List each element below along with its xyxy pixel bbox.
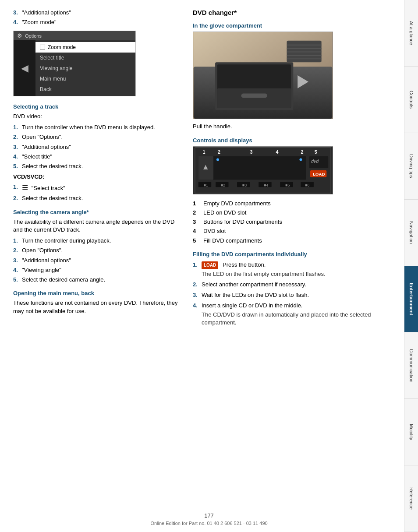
list-item: 4. "Viewing angle" bbox=[13, 266, 184, 274]
list-item: 1. Turn the controller during playback. bbox=[13, 237, 184, 245]
right-sidebar: At a glance Controls Driving tips Naviga… bbox=[404, 0, 418, 532]
sidebar-tab-mobility[interactable]: Mobility bbox=[404, 399, 418, 465]
svg-point-41 bbox=[299, 158, 302, 161]
filling-step-1: 1. LOAD Press the button. The LED on the… bbox=[193, 261, 395, 278]
right-column: DVD changer* In the glove compartment bbox=[193, 9, 395, 514]
svg-text:3: 3 bbox=[250, 149, 253, 155]
list-item: 3. "Additional options" bbox=[13, 9, 184, 17]
glove-compartment-image bbox=[193, 32, 333, 119]
list-item: 5. Select the desired track. bbox=[13, 162, 184, 170]
sidebar-tab-navigation[interactable]: Navigation bbox=[404, 200, 418, 266]
svg-text:1: 1 bbox=[203, 149, 205, 155]
svg-rect-21 bbox=[198, 156, 306, 180]
list-item: 3. "Additional options" bbox=[13, 257, 184, 264]
svg-text:▲: ▲ bbox=[202, 162, 209, 171]
svg-text:■1: ■1 bbox=[204, 183, 208, 187]
svg-text:■3: ■3 bbox=[242, 183, 247, 187]
vcd-label: VCD/SVCD: bbox=[13, 173, 184, 181]
step-body: The LED on the first empty compartment f… bbox=[202, 270, 395, 278]
option-select-title: Select title bbox=[35, 53, 135, 63]
svg-text:■4: ■4 bbox=[264, 183, 268, 187]
left-column: 3. "Additional options" 4. "Zoom mode" ⚙… bbox=[13, 9, 184, 514]
list-item: 2. Select the desired track. bbox=[13, 194, 184, 202]
sidebar-tab-at-a-glance[interactable]: At a glance bbox=[404, 0, 418, 67]
filling-dvd-header: Filling the DVD compartments individuall… bbox=[193, 251, 395, 257]
options-title-bar: ⚙ Options bbox=[14, 31, 135, 40]
svg-text:■6: ■6 bbox=[305, 183, 309, 187]
load-button-label: LOAD bbox=[202, 261, 218, 269]
list-item: 1. ☰ "Select track" bbox=[13, 183, 184, 193]
svg-point-40 bbox=[216, 158, 219, 161]
svg-rect-5 bbox=[241, 94, 267, 98]
dvd-steps-list: 1. Turn the controller when the DVD menu… bbox=[13, 123, 184, 170]
camera-angle-header: Selecting the camera angle* bbox=[13, 209, 184, 215]
camera-steps-list: 1. Turn the controller during playback. … bbox=[13, 237, 184, 284]
disc-icon: ☰ bbox=[22, 184, 28, 191]
list-item: 2. Open "Options". bbox=[13, 133, 184, 141]
dvd-panel-image: 1 2 3 4 2 5 ▲ bbox=[193, 146, 333, 194]
options-items: Zoom mode Select title Viewing angle Mai… bbox=[35, 40, 135, 96]
list-item: 1. Turn the controller when the DVD menu… bbox=[13, 123, 184, 131]
step-head: 2. Select another compartment if necessa… bbox=[193, 281, 395, 289]
page-number: 177 bbox=[204, 512, 214, 519]
list-item: 5. Select the desired camera angle. bbox=[13, 276, 184, 284]
sidebar-tab-controls[interactable]: Controls bbox=[404, 67, 418, 133]
step-head: 1. LOAD Press the button. bbox=[193, 261, 395, 269]
filling-step-2: 2. Select another compartment if necessa… bbox=[193, 281, 395, 289]
svg-text:4: 4 bbox=[276, 149, 278, 155]
option-zoom-mode: Zoom mode bbox=[35, 42, 135, 53]
controls-list: 1 Empty DVD compartments 2 LED on DVD sl… bbox=[193, 200, 395, 245]
dvd-changer-title: DVD changer* bbox=[193, 9, 395, 16]
option-back: Back bbox=[35, 84, 135, 95]
options-body: ◀ Zoom mode Select title Viewing angle bbox=[14, 40, 135, 96]
svg-text:LOAD: LOAD bbox=[313, 172, 325, 176]
svg-text:dvd: dvd bbox=[311, 159, 319, 164]
sidebar-tab-reference[interactable]: Reference bbox=[404, 465, 418, 532]
pull-handle-caption: Pull the handle. bbox=[193, 123, 395, 131]
step-head: 3. Wait for the LEDs on the DVD slot to … bbox=[193, 291, 395, 299]
svg-text:2: 2 bbox=[301, 149, 303, 155]
svg-text:2: 2 bbox=[218, 149, 220, 155]
sidebar-tab-communication[interactable]: Communication bbox=[404, 332, 418, 399]
vcd-steps-list: 1. ☰ "Select track" 2. Select the desire… bbox=[13, 183, 184, 203]
checkbox-icon bbox=[40, 45, 45, 50]
list-item: 3. "Additional options" bbox=[13, 143, 184, 151]
controls-displays-header: Controls and displays bbox=[193, 137, 395, 144]
main-menu-body: These functions are not contained on eve… bbox=[13, 299, 184, 316]
list-item: 2 LED on DVD slot bbox=[193, 209, 395, 217]
step-body: The CD/DVD is drawn in automatically and… bbox=[202, 311, 395, 327]
svg-text:5: 5 bbox=[315, 149, 317, 155]
camera-angle-body: The availability of a different camera a… bbox=[13, 218, 184, 235]
glove-compartment-header: In the glove compartment bbox=[193, 22, 395, 29]
selecting-track-header: Selecting a track bbox=[13, 103, 184, 110]
list-item: 4. "Select title" bbox=[13, 153, 184, 161]
sidebar-tab-driving-tips[interactable]: Driving tips bbox=[404, 133, 418, 200]
svg-text:■2: ■2 bbox=[221, 183, 225, 187]
list-item: 1 Empty DVD compartments bbox=[193, 200, 395, 208]
option-main-menu: Main menu bbox=[35, 74, 135, 84]
svg-rect-4 bbox=[217, 88, 291, 108]
main-menu-header: Opening the main menu, back bbox=[13, 290, 184, 296]
sidebar-tab-entertainment[interactable]: Entertainment bbox=[404, 266, 418, 333]
options-menu-screenshot: ⚙ Options ◀ Zoom mode Select title bbox=[13, 31, 136, 96]
list-item: 4. "Zoom mode" bbox=[13, 18, 184, 26]
filling-step-3: 3. Wait for the LEDs on the DVD slot to … bbox=[193, 291, 395, 299]
list-item: 4 DVD slot bbox=[193, 227, 395, 235]
option-viewing-angle: Viewing angle bbox=[35, 63, 135, 74]
list-item: 2. Open "Options". bbox=[13, 247, 184, 254]
footer-text: Online Edition for Part no. 01 40 2 606 … bbox=[150, 521, 267, 526]
dvd-video-label: DVD video: bbox=[13, 113, 184, 121]
top-list: 3. "Additional options" 4. "Zoom mode" bbox=[13, 9, 184, 26]
list-item: 3 Buttons for DVD compartments bbox=[193, 218, 395, 226]
list-item: 5 Fill DVD compartments bbox=[193, 237, 395, 245]
filling-step-4: 4. Insert a single CD or DVD in the midd… bbox=[193, 302, 395, 327]
step-head: 4. Insert a single CD or DVD in the midd… bbox=[193, 302, 395, 310]
svg-text:■5: ■5 bbox=[285, 183, 290, 187]
